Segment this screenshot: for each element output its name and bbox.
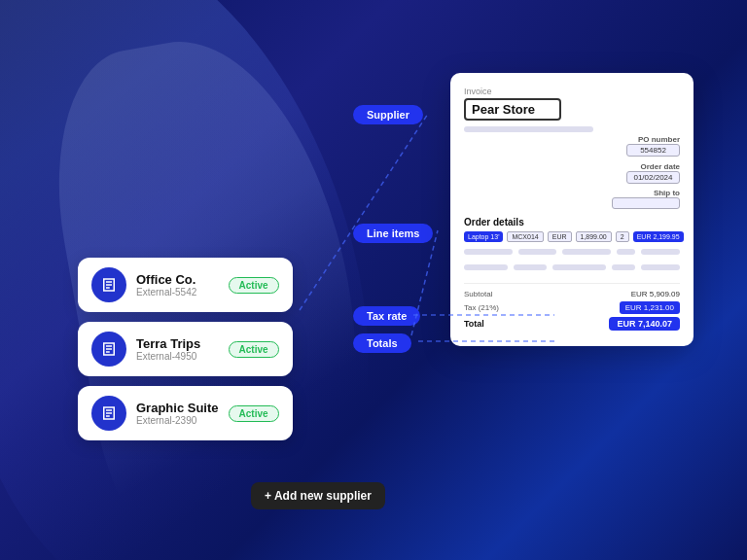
ph-3c (552, 264, 605, 270)
total-row: Total EUR 7,140.07 (464, 317, 680, 331)
ph-2b (518, 249, 557, 255)
supplier-id: External-5542 (136, 287, 219, 298)
ship-to-field: Ship to (612, 189, 680, 209)
svg-line-0 (300, 114, 428, 310)
supplier-icon-office-co (91, 267, 126, 302)
line-item-price: 1,899.00 (576, 231, 612, 242)
ph-3e (641, 264, 680, 270)
tax-row: Tax (21%) EUR 1,231.00 (464, 301, 680, 314)
status-badge-terra-trips: Active (229, 341, 279, 358)
tax-value: EUR 1,231.00 (620, 301, 680, 314)
line-item-sku: MCX014 (507, 231, 543, 242)
tax-label: Tax (21%) (464, 303, 499, 312)
order-details-title: Order details (464, 217, 680, 228)
supplier-card-graphic-suite[interactable]: Graphic Suite External-2390 Active (78, 386, 293, 440)
invoice-totals-section: Subtotal EUR 5,909.09 Tax (21%) EUR 1,23… (464, 283, 680, 331)
total-label: Total (464, 319, 484, 329)
ph-3b (514, 264, 548, 270)
invoice-panel: Invoice PO number 554852 Order date 01/0… (450, 73, 694, 346)
ph-3d (612, 264, 636, 270)
ship-to-value (612, 197, 680, 209)
supplier-name: Terra Trips (136, 336, 219, 351)
supplier-input[interactable] (464, 98, 561, 121)
status-badge-office-co: Active (229, 277, 279, 294)
po-number-value: 554852 (626, 144, 680, 157)
ship-to-label: Ship to (654, 189, 680, 197)
supplier-name: Graphic Suite (136, 401, 219, 415)
invoice-supplier-row (464, 98, 680, 121)
ph-3a (464, 264, 508, 270)
po-number-field: PO number 554852 (626, 135, 680, 157)
supplier-id: External-4950 (136, 351, 219, 362)
supplier-card-terra-trips[interactable]: Terra Trips External-4950 Active (78, 322, 293, 376)
total-value: EUR 7,140.07 (609, 317, 680, 331)
tax-rate-label[interactable]: Tax rate (353, 306, 420, 326)
supplier-icon-graphic-suite (91, 396, 126, 431)
totals-label[interactable]: Totals (353, 333, 411, 353)
ph-2c (562, 249, 611, 255)
invoice-top-label: Invoice (464, 87, 680, 96)
line-items-label[interactable]: Line items (353, 224, 433, 243)
supplier-card-office-co[interactable]: Office Co. External-5542 Active (78, 258, 293, 312)
order-date-field: Order date 01/02/2024 (626, 162, 680, 184)
supplier-info-terra-trips: Terra Trips External-4950 (136, 336, 219, 362)
line-item-total: EUR 2,199.95 (633, 231, 684, 242)
add-supplier-button[interactable]: + Add new supplier (251, 482, 385, 509)
ph-2a (464, 249, 513, 255)
order-date-label: Order date (641, 162, 680, 171)
subtotal-value: EUR 5,909.09 (631, 290, 680, 298)
supplier-cards-list: Office Co. External-5542 Active Terra Tr… (78, 258, 293, 440)
subtotal-label: Subtotal (464, 290, 492, 298)
po-number-label: PO number (638, 135, 680, 144)
supplier-id: External-2390 (136, 415, 219, 426)
status-badge-graphic-suite: Active (229, 405, 279, 422)
supplier-info-graphic-suite: Graphic Suite External-2390 (136, 401, 219, 426)
ph-2d (617, 249, 636, 255)
supplier-label[interactable]: Supplier (353, 105, 423, 124)
line-item-row-1: Laptop 13' MCX014 EUR 1,899.00 2 EUR 2,1… (464, 231, 680, 242)
subtotal-row: Subtotal EUR 5,909.09 (464, 290, 680, 298)
placeholder-bar-1 (464, 126, 593, 132)
ph-2e (641, 249, 680, 255)
invoice-meta-fields: PO number 554852 (464, 135, 680, 157)
supplier-icon-terra-trips (91, 332, 126, 367)
line-item-product: Laptop 13' (464, 231, 503, 242)
line-item-qty: 2 (616, 231, 629, 242)
supplier-info-office-co: Office Co. External-5542 (136, 272, 219, 298)
supplier-name: Office Co. (136, 272, 219, 287)
line-item-currency: EUR (548, 231, 572, 242)
order-date-value: 01/02/2024 (626, 171, 680, 184)
